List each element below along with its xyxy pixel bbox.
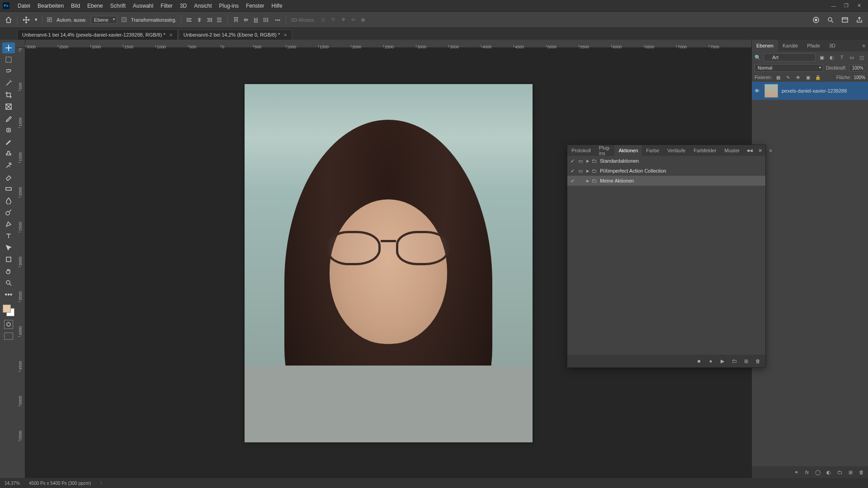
panel-menu-icon[interactable]: ≡ — [765, 145, 776, 156]
transform-controls-checkbox[interactable] — [122, 17, 127, 22]
collapse-icon[interactable]: ◀◀ — [744, 148, 755, 153]
layer-fx-icon[interactable]: fx — [804, 469, 810, 475]
layer-thumbnail[interactable] — [764, 84, 778, 98]
dodge-tool[interactable] — [2, 207, 15, 218]
toggle-dialog-icon[interactable]: ▭ — [577, 158, 584, 164]
more-align-icon[interactable]: ••• — [274, 16, 281, 23]
info-arrow-icon[interactable]: 〉 — [100, 480, 104, 486]
target-layer-dropdown[interactable]: Ebene — [91, 16, 117, 24]
heal-tool[interactable] — [2, 125, 15, 136]
frame-tool[interactable] — [2, 101, 15, 112]
search-icon[interactable] — [826, 16, 835, 24]
align-right-icon[interactable] — [206, 16, 213, 23]
horizontal-ruler[interactable]: 3000250020001500100050005001000150020002… — [25, 40, 751, 48]
new-layer-icon[interactable]: ⊞ — [847, 469, 854, 475]
menu-filter[interactable]: Filter — [157, 3, 176, 9]
toggle-check-icon[interactable]: ✓ — [569, 168, 576, 174]
layer-filter-dropdown[interactable]: Art — [764, 53, 816, 61]
zoom-tool[interactable] — [2, 277, 15, 288]
quick-mask-icon[interactable] — [4, 320, 13, 329]
blur-tool[interactable] — [2, 195, 15, 206]
move-tool[interactable] — [2, 42, 15, 53]
auto-select-checkbox[interactable] — [47, 17, 52, 22]
canvas-image[interactable] — [245, 84, 533, 442]
blend-mode-dropdown[interactable]: Normal — [755, 64, 823, 72]
toggle-check-icon[interactable]: ✓ — [569, 178, 576, 184]
group-icon[interactable]: 🗀 — [836, 469, 843, 475]
filter-shape-icon[interactable]: ▭ — [848, 54, 855, 61]
tab-farbe[interactable]: Farbe — [642, 145, 663, 156]
lock-pixels-icon[interactable]: ▦ — [774, 74, 782, 81]
filter-image-icon[interactable]: ▣ — [818, 54, 826, 61]
filter-type-icon[interactable]: T — [838, 54, 845, 61]
tab-3d[interactable]: 3D — [825, 40, 840, 52]
opacity-input[interactable]: 100% — [849, 65, 865, 71]
type-tool[interactable] — [2, 230, 15, 241]
close-icon[interactable]: ✕ — [283, 33, 287, 38]
tab-farbfelder[interactable]: Farbfelder — [689, 145, 720, 156]
action-set-row[interactable]: ✓▭▶🗀PiXimperfect Action Collection — [567, 166, 765, 176]
shape-tool[interactable] — [2, 254, 15, 265]
delete-layer-icon[interactable]: 🗑 — [858, 469, 864, 475]
pen-tool[interactable] — [2, 219, 15, 230]
filter-smart-icon[interactable]: ◫ — [858, 54, 865, 61]
cloud-docs-icon[interactable] — [812, 16, 820, 24]
menu-ansicht[interactable]: Ansicht — [190, 3, 215, 9]
play-icon[interactable]: ▶ — [719, 358, 726, 364]
wand-tool[interactable] — [2, 78, 15, 89]
lock-artboard-icon[interactable]: ▣ — [804, 74, 811, 81]
menu-bearbeiten[interactable]: Bearbeiten — [34, 3, 67, 9]
tab-protokoll[interactable]: Protokoll — [567, 145, 595, 156]
eraser-tool[interactable] — [2, 172, 15, 183]
color-swatches[interactable] — [3, 305, 14, 316]
align-hcenter-icon[interactable] — [196, 16, 203, 23]
fill-input[interactable]: 100% — [854, 75, 865, 80]
path-select-tool[interactable] — [2, 242, 15, 253]
distribute-v-icon[interactable] — [262, 16, 269, 23]
visibility-icon[interactable]: 👁 — [755, 88, 761, 94]
tab-muster[interactable]: Muster — [721, 145, 744, 156]
tab-kanaele[interactable]: Kanäle — [778, 40, 802, 52]
eyedropper-tool[interactable] — [2, 113, 15, 124]
history-brush-tool[interactable] — [2, 160, 15, 171]
tab-plugins[interactable]: Plug-ins — [595, 145, 615, 156]
document-info[interactable]: 4500 Px x 5400 Px (300 ppcm) — [29, 481, 91, 486]
lock-position-icon[interactable]: ✥ — [794, 74, 802, 81]
workspace-icon[interactable] — [841, 16, 849, 24]
marquee-tool[interactable] — [2, 54, 15, 65]
doc-tab-2[interactable]: Unbenannt-2 bei 14,2% (Ebene 0, RGB/8) *… — [179, 29, 292, 40]
tab-pfade[interactable]: Pfade — [802, 40, 825, 52]
maximize-button[interactable]: ❐ — [840, 3, 853, 9]
home-icon[interactable] — [5, 16, 13, 24]
tab-verlaeufe[interactable]: Verläufe — [663, 145, 689, 156]
zoom-level[interactable]: 14,37% — [5, 481, 20, 486]
share-icon[interactable] — [855, 16, 863, 24]
screen-mode-icon[interactable] — [4, 333, 13, 340]
adjustment-layer-icon[interactable]: ◐ — [826, 469, 832, 475]
brush-tool[interactable] — [2, 136, 15, 147]
expand-arrow-icon[interactable]: ▶ — [585, 159, 590, 163]
record-icon[interactable]: ● — [708, 358, 714, 364]
hand-tool[interactable] — [2, 266, 15, 277]
link-layers-icon[interactable]: ⚭ — [793, 469, 799, 475]
menu-plugins[interactable]: Plug-ins — [216, 3, 242, 9]
doc-tab-1[interactable]: Unbenannt-1 bei 14,4% (pexels-daniel-xav… — [17, 29, 178, 40]
vertical-ruler[interactable]: 0500100015002000250030003500400045005000… — [17, 48, 25, 478]
stop-icon[interactable]: ■ — [696, 358, 702, 364]
menu-fenster[interactable]: Fenster — [242, 3, 268, 9]
expand-arrow-icon[interactable]: ▶ — [585, 179, 590, 183]
filter-adjust-icon[interactable]: ◐ — [828, 54, 835, 61]
align-bottom-icon[interactable] — [252, 16, 259, 23]
action-set-row[interactable]: ✓▭▶🗀Standardaktionen — [567, 156, 765, 166]
edit-toolbar-icon[interactable]: ••• — [2, 289, 15, 300]
menu-bild[interactable]: Bild — [67, 3, 84, 9]
layer-row[interactable]: 👁 pexels-daniel-xavier-1239288 — [752, 82, 868, 100]
minimize-button[interactable]: — — [827, 3, 840, 9]
stamp-tool[interactable] — [2, 148, 15, 159]
lock-all-icon[interactable]: 🔒 — [814, 74, 821, 81]
new-action-icon[interactable]: ⊞ — [743, 358, 749, 364]
menu-ebene[interactable]: Ebene — [84, 3, 107, 9]
menu-datei[interactable]: Datei — [14, 3, 34, 9]
close-icon[interactable]: ✕ — [169, 33, 173, 38]
new-set-icon[interactable]: 🗀 — [731, 358, 737, 364]
